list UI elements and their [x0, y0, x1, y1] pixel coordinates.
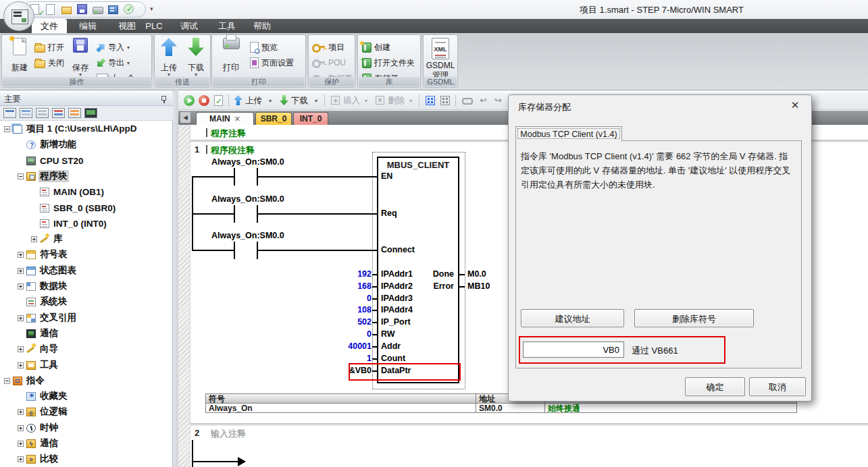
tree-item[interactable]: +比较 — [18, 451, 59, 466]
tab-debug[interactable]: 调试 — [172, 19, 207, 33]
tree-item[interactable]: +状态图表 — [18, 263, 78, 278]
block-input-value[interactable]: 168 — [324, 281, 372, 291]
suggest-address-button[interactable]: 建议地址 — [521, 309, 624, 327]
tab-int0[interactable]: INT_0 — [293, 112, 328, 125]
view-project-icon[interactable] — [3, 108, 16, 118]
options-icon[interactable] — [108, 4, 120, 16]
contact-operand[interactable]: Always_On:SM0.0 — [211, 231, 284, 240]
panel-splitter[interactable] — [173, 91, 178, 467]
upload-button[interactable]: 上传▾ — [156, 36, 182, 78]
tree-expander[interactable]: + — [31, 236, 37, 242]
tree-item[interactable]: +向导 — [18, 341, 59, 356]
tab-scroll-left-icon[interactable]: ◀ — [180, 112, 190, 123]
upload-button[interactable]: 上传 — [245, 95, 262, 107]
tree-item[interactable]: −程序块 — [18, 169, 69, 184]
tab-file[interactable]: 文件 — [32, 19, 67, 33]
tree-item[interactable]: INT_0 (INT0) — [31, 216, 108, 231]
tree-expander[interactable]: + — [18, 268, 24, 274]
tree-item[interactable]: MAIN (OB1) — [31, 184, 105, 199]
block-output-value[interactable]: MB10 — [467, 281, 490, 291]
network-comment[interactable]: 输入注释 — [211, 428, 246, 440]
tree-expander[interactable]: + — [18, 425, 24, 431]
accept-icon[interactable] — [124, 4, 135, 16]
contact-icon[interactable] — [234, 242, 235, 259]
open-icon[interactable] — [61, 4, 73, 16]
page-setup-button[interactable]: 页面设置 — [250, 56, 294, 70]
tree-item[interactable]: +库 — [31, 231, 64, 246]
lib-create-button[interactable]: ✱ 创建 — [362, 40, 390, 54]
ok-button[interactable]: 确定 — [685, 377, 745, 396]
import-button[interactable]: 导入▾ — [97, 40, 130, 54]
download-button[interactable]: 下载▾ — [183, 36, 209, 78]
tree-item[interactable]: 新增功能 — [18, 137, 78, 152]
address-cell[interactable]: SM0.0 — [476, 403, 545, 413]
download-dropdown-icon[interactable]: ▾ — [315, 98, 317, 104]
tree-item[interactable]: 通信 — [18, 326, 59, 341]
tab-edit[interactable]: 编辑 — [70, 19, 105, 33]
block-input-value[interactable]: 108 — [324, 305, 372, 314]
block-input-value[interactable]: 1 — [324, 354, 372, 363]
dialog-close-icon[interactable]: ✕ — [788, 99, 802, 111]
save-icon[interactable] — [77, 4, 88, 16]
tab-main[interactable]: MAIN✕ — [196, 112, 254, 125]
tree-item[interactable]: +数据块 — [18, 279, 69, 294]
stop-icon[interactable] — [199, 95, 209, 106]
protect-project-button[interactable]: 项目 — [312, 40, 344, 54]
tree-expander[interactable]: + — [18, 362, 24, 368]
tree-expander[interactable]: + — [18, 441, 24, 447]
open-button[interactable]: 打开 — [34, 40, 64, 54]
network-comment[interactable]: 程序段注释 — [211, 144, 255, 157]
tree-item[interactable]: +符号表 — [18, 247, 69, 262]
quick-access-overflow-icon[interactable]: ▾ — [150, 5, 153, 12]
app-menu-button[interactable] — [3, 1, 34, 31]
block-input-value[interactable]: 192 — [324, 269, 372, 279]
lib-open-folder-button[interactable]: ＋ 打开文件夹 — [362, 56, 415, 70]
symbol-column-header[interactable]: 符号 — [205, 393, 476, 404]
address-input[interactable] — [523, 341, 624, 358]
subroutine-view-icon[interactable] — [440, 96, 450, 105]
new-button[interactable]: ✱ 新建 — [5, 36, 34, 78]
download-button[interactable]: 下载 — [291, 95, 308, 107]
view-symbol-table-icon[interactable] — [20, 108, 32, 118]
tree-item[interactable]: +工具 — [18, 358, 59, 373]
cancel-button[interactable]: 取消 — [749, 377, 806, 396]
tree-item[interactable]: −项目 1 (C:\Users\LH\AppD — [4, 121, 138, 136]
tree-expander[interactable]: + — [18, 409, 24, 415]
tree-expander[interactable]: + — [18, 315, 24, 321]
contact-operand[interactable]: Always_On:SM0.0 — [211, 157, 284, 167]
print-icon[interactable] — [93, 4, 104, 16]
tree-item[interactable]: +通信 — [18, 436, 59, 451]
tab-close-icon[interactable]: ✕ — [234, 115, 240, 123]
view-status-chart-icon[interactable] — [36, 108, 49, 118]
gsdml-manage-button[interactable]: GSDML 管理 — [426, 36, 455, 80]
symbol-cell[interactable]: Always_On — [205, 403, 476, 413]
contact-icon[interactable] — [234, 168, 235, 186]
delete-library-symbol-button[interactable]: 删除库符号 — [634, 309, 754, 327]
view-communication-icon[interactable] — [84, 108, 97, 118]
close-button[interactable]: 关闭 — [34, 56, 64, 70]
pou-view-icon[interactable] — [426, 96, 435, 105]
tree-expander[interactable]: − — [4, 378, 10, 384]
tree-item[interactable]: −指令 — [4, 373, 46, 388]
view-xref-icon[interactable] — [68, 108, 81, 118]
tab-plc[interactable]: PLC — [139, 19, 169, 33]
tree-expander[interactable]: − — [4, 126, 10, 132]
tree-item[interactable]: +位逻辑 — [18, 404, 69, 419]
preview-button[interactable]: 预览 — [250, 40, 278, 54]
tree-expander[interactable]: − — [18, 173, 24, 180]
tree-item[interactable]: 收藏夹 — [18, 389, 69, 404]
run-icon[interactable] — [184, 95, 195, 106]
tree-expander[interactable]: + — [18, 456, 24, 462]
tab-sbr0[interactable]: SBR_0 — [255, 112, 292, 125]
block-input-value[interactable]: 40001 — [324, 341, 372, 351]
tree-item[interactable]: CPU ST20 — [18, 153, 85, 168]
contact-operand[interactable]: Always_On:SM0.0 — [211, 194, 284, 204]
dialog-tab-modbus[interactable]: Modbus TCP Client (v1.4) — [515, 126, 622, 141]
tree-expander[interactable]: + — [18, 283, 24, 290]
contact-icon[interactable] — [234, 205, 235, 223]
block-output-value[interactable]: M0.0 — [467, 269, 486, 279]
tree-item[interactable]: SBR_0 (SBR0) — [31, 200, 117, 215]
tree-item[interactable]: +交叉引用 — [18, 310, 78, 325]
block-input-value[interactable]: 0 — [324, 329, 372, 339]
save-button[interactable]: 保存 ▾ — [67, 36, 94, 78]
